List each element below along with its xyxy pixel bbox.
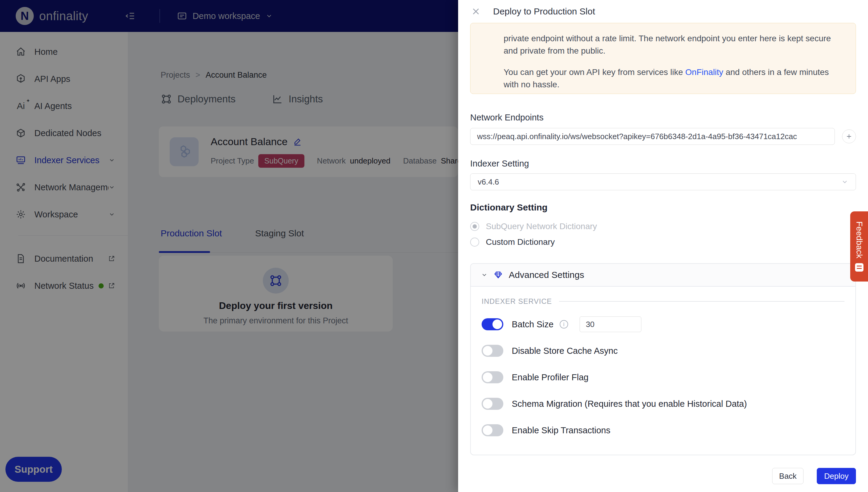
radio-label: Custom Dictionary <box>486 237 555 247</box>
onfinality-link[interactable]: OnFinality <box>685 68 723 77</box>
network-endpoint-row <box>470 128 856 145</box>
batch-size-toggle[interactable] <box>482 318 503 330</box>
diamond-icon <box>494 270 503 279</box>
close-icon[interactable] <box>471 7 480 16</box>
advanced-settings-title: Advanced Settings <box>509 270 584 280</box>
drawer-footer: Back Deploy <box>772 468 856 484</box>
radio-custom-dictionary[interactable]: Custom Dictionary <box>470 236 856 248</box>
deploy-drawer: Deploy to Production Slot private endpoi… <box>458 0 868 492</box>
radio-label: SubQuery Network Dictionary <box>486 222 597 231</box>
feedback-label: Feedback <box>854 221 864 259</box>
toggle-label: Enable Profiler Flag <box>512 372 589 383</box>
info-icon[interactable]: i <box>560 320 568 328</box>
indexer-service-section: INDEXER SERVICE <box>482 297 844 306</box>
indexer-service-label: INDEXER SERVICE <box>482 297 552 305</box>
drawer-content: private endpoint without a rate limit. T… <box>470 23 856 459</box>
api-key-notice: private endpoint without a rate limit. T… <box>470 23 856 94</box>
toggle-row-skip-transactions: Enable Skip Transactions <box>482 422 844 438</box>
indexer-setting-label: Indexer Setting <box>470 159 856 169</box>
indexer-version-select[interactable]: v6.4.6 <box>470 173 856 190</box>
schema-migration-toggle[interactable] <box>482 398 503 410</box>
radio-button-icon <box>470 222 479 231</box>
batch-size-label: Batch Size <box>512 319 554 329</box>
notice-line-1: private endpoint without a rate limit. T… <box>503 32 842 57</box>
toggle-row-schema-migration: Schema Migration (Requires that you enab… <box>482 396 844 412</box>
chevron-down-icon <box>481 272 488 278</box>
advanced-settings-header[interactable]: Advanced Settings <box>471 264 855 287</box>
toggle-label: Enable Skip Transactions <box>512 425 610 435</box>
radio-subquery-dictionary: SubQuery Network Dictionary <box>470 220 856 232</box>
disable-store-cache-toggle[interactable] <box>482 345 503 357</box>
batch-size-input[interactable] <box>580 317 641 332</box>
enable-profiler-toggle[interactable] <box>482 371 503 383</box>
notice-text: You can get your own API key from servic… <box>503 68 685 77</box>
network-endpoint-input[interactable] <box>470 128 835 145</box>
back-button[interactable]: Back <box>772 468 803 484</box>
batch-size-row: Batch Size i <box>482 316 844 333</box>
indexer-version-value: v6.4.6 <box>478 177 499 187</box>
toggle-label: Disable Store Cache Async <box>512 346 617 356</box>
notice-line-2: You can get your own API key from servic… <box>503 66 842 91</box>
deploy-button[interactable]: Deploy <box>817 468 856 484</box>
advanced-settings-body: INDEXER SERVICE Batch Size i Disable Sto… <box>471 287 855 455</box>
add-endpoint-button[interactable] <box>842 129 856 143</box>
feedback-tab[interactable]: Feedback <box>850 212 868 281</box>
app-root: N onfinality Demo workspace <box>0 0 868 492</box>
advanced-settings-card: Advanced Settings INDEXER SERVICE Batch … <box>470 263 856 455</box>
network-endpoints-label: Network Endpoints <box>470 113 856 123</box>
radio-button-icon[interactable] <box>470 238 479 247</box>
drawer-header: Deploy to Production Slot <box>458 0 868 23</box>
dictionary-setting-label: Dictionary Setting <box>470 202 856 213</box>
skip-transactions-toggle[interactable] <box>482 424 503 436</box>
toggle-row-profiler: Enable Profiler Flag <box>482 369 844 386</box>
toggle-label: Schema Migration (Requires that you enab… <box>512 399 747 409</box>
section-divider <box>559 301 844 302</box>
toggle-row-store-cache: Disable Store Cache Async <box>482 343 844 359</box>
drawer-title: Deploy to Production Slot <box>493 6 595 17</box>
chevron-down-icon <box>841 178 848 186</box>
feedback-note-icon <box>855 263 864 272</box>
